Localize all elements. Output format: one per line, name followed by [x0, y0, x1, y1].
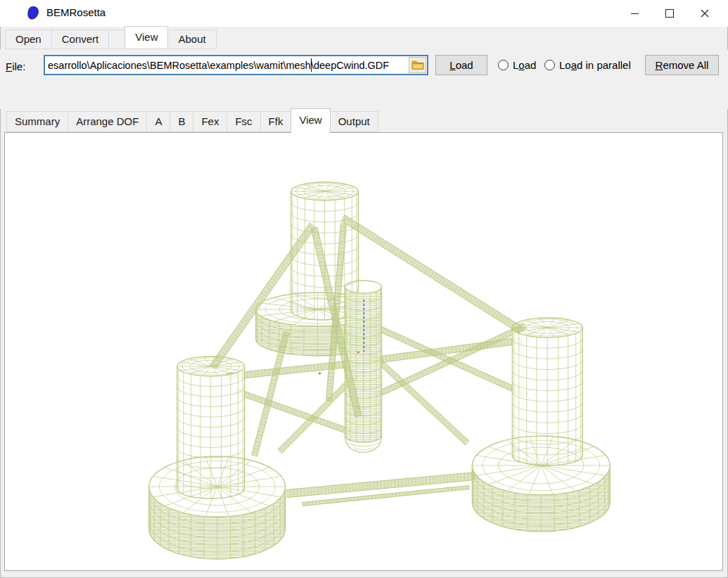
radio-load-label: Load — [513, 59, 536, 71]
tab-fsc[interactable]: Fsc — [226, 111, 260, 132]
file-path-input[interactable] — [45, 56, 408, 74]
tab-view-mesh[interactable]: View — [290, 108, 330, 133]
tab-about[interactable]: About — [167, 30, 216, 49]
tab-ffk[interactable]: Ffk — [260, 111, 292, 132]
tab-convert[interactable]: Convert — [51, 30, 110, 49]
tab-b[interactable]: B — [170, 111, 193, 132]
main-tab-bar: Open Convert View About — [6, 27, 217, 49]
file-label: File: — [6, 60, 25, 72]
minimize-button[interactable] — [617, 0, 652, 27]
maximize-icon — [665, 9, 674, 18]
browse-button[interactable] — [409, 57, 426, 73]
minimize-icon — [631, 13, 639, 14]
tab-arrange-dof[interactable]: Arrange DOF — [68, 111, 147, 132]
radio-load-in-parallel[interactable]: Load in parallel — [544, 59, 631, 71]
radio-parallel-label: Load in parallel — [559, 59, 631, 71]
close-icon — [701, 9, 709, 18]
radio-load[interactable]: Load — [498, 59, 536, 71]
load-button[interactable]: Load — [435, 55, 487, 75]
tab-view[interactable]: View — [124, 26, 168, 49]
window-controls — [617, 0, 722, 27]
mesh-view-panel[interactable] — [4, 132, 723, 571]
bemrosetta-window: { "window": { "title": "BEMRosetta" }, "… — [0, 0, 728, 578]
text-caret — [311, 58, 312, 72]
tab-fex[interactable]: Fex — [193, 111, 227, 132]
radio-load-circle — [498, 60, 509, 70]
deepcwind-mesh-wireframe — [5, 133, 722, 570]
file-toolbar: File: Load Load Load in parallel Remove … — [0, 49, 728, 109]
maximize-button[interactable] — [652, 0, 687, 27]
radio-parallel-circle — [544, 60, 555, 70]
remove-all-button[interactable]: Remove All — [645, 55, 719, 75]
view-tab-bar: Summary Arrange DOF A B Fex Fsc Ffk View… — [7, 108, 378, 132]
tab-output[interactable]: Output — [330, 111, 378, 132]
folder-icon — [411, 60, 424, 70]
file-input-group — [44, 55, 428, 75]
app-icon — [26, 6, 41, 20]
titlebar: BEMRosetta — [0, 0, 728, 27]
tab-spacer[interactable] — [108, 30, 125, 49]
tab-open[interactable]: Open — [5, 30, 52, 49]
close-button[interactable] — [687, 0, 722, 27]
tab-a[interactable]: A — [146, 111, 170, 132]
window-title: BEMRosetta — [46, 6, 106, 18]
tab-summary[interactable]: Summary — [6, 111, 68, 132]
